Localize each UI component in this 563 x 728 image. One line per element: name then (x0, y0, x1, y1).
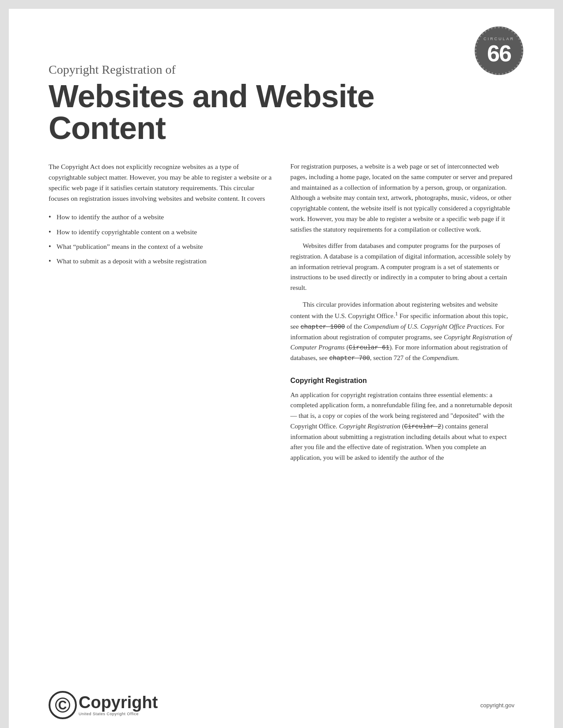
bullet-item-3: What “publication” means in the context … (49, 241, 273, 251)
right-para-1: For registration purposes, a website is … (291, 161, 515, 235)
circular-badge: CIRCULAR 66 (475, 26, 523, 75)
intro-text: The Copyright Act does not explicitly re… (49, 161, 273, 204)
copyright-c-icon: © (49, 691, 77, 719)
footer-sub-text: United States Copyright Office (79, 712, 158, 716)
document-page: CIRCULAR 66 Copyright Registration of We… (9, 9, 554, 728)
bullet-item-1: How to identify the author of a website (49, 212, 273, 222)
copyright-reg-heading: Copyright Registration (291, 377, 515, 385)
footer-url: copyright.gov (480, 702, 514, 709)
bullet-item-2: How to identify copyrightable content on… (49, 227, 273, 237)
title-section: Copyright Registration of Websites and W… (49, 62, 514, 144)
page-footer: © Copyright United States Copyright Offi… (49, 691, 514, 719)
left-column: The Copyright Act does not explicitly re… (49, 161, 273, 469)
bullet-list: How to identify the author of a website … (49, 212, 273, 266)
badge-number: 66 (487, 42, 511, 65)
footer-logo-group: © Copyright United States Copyright Offi… (49, 691, 158, 719)
footer-copyright-word: Copyright United States Copyright Office (79, 694, 158, 716)
title-main: Websites and Website Content (49, 80, 514, 144)
title-subtitle: Copyright Registration of (49, 62, 514, 78)
right-column: For registration purposes, a website is … (291, 161, 515, 469)
copyright-reg-section: Copyright Registration An application fo… (291, 377, 515, 463)
title-line1: Websites and Website (49, 79, 374, 114)
title-line2: Content (49, 110, 166, 146)
content-area: The Copyright Act does not explicitly re… (49, 161, 514, 469)
bullet-item-4: What to submit as a deposit with a websi… (49, 256, 273, 266)
copyright-reg-para: An application for copyright registratio… (291, 390, 515, 463)
right-para-2: Websites differ from databases and compu… (291, 241, 515, 293)
right-para-3: This circular provides information about… (291, 300, 515, 364)
